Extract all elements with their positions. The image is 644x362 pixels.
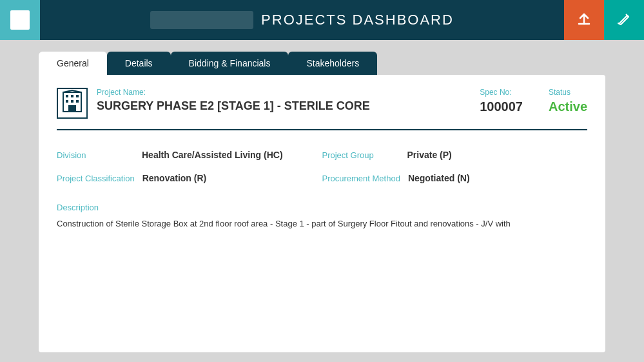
search-input[interactable] — [150, 11, 253, 29]
logo-area — [0, 0, 40, 40]
division-label: Division — [57, 150, 134, 160]
description-text: Construction of Sterile Storage Box at 2… — [57, 217, 587, 231]
top-bar-actions — [564, 0, 644, 40]
svg-rect-5 — [71, 95, 73, 97]
division-row: Division Health Care/Assisted Living (HC… — [57, 143, 322, 166]
division-value: Health Care/Assisted Living (HC) — [142, 150, 283, 160]
svg-rect-8 — [71, 100, 73, 103]
top-bar: PROJECTS DASHBOARD — [0, 0, 644, 40]
upload-icon — [575, 10, 593, 30]
svg-rect-10 — [68, 105, 76, 112]
project-icon — [57, 88, 88, 119]
tab-bar: General Details Bidding & Financials Sta… — [39, 52, 605, 75]
procurement-method-label: Procurement Method — [322, 174, 400, 183]
svg-rect-7 — [66, 100, 68, 103]
project-group-value: Private (P) — [407, 150, 452, 160]
classification-row: Project Classification Renovation (R) — [57, 166, 322, 190]
svg-rect-6 — [76, 95, 79, 97]
project-card: Project Name: SURGERY PHASE E2 [STAGE 1]… — [39, 75, 605, 352]
project-name-label: Project Name: — [97, 88, 480, 97]
fields-section: Division Health Care/Assisted Living (HC… — [57, 143, 587, 190]
logo-icon — [10, 10, 30, 30]
project-meta: Spec No: 100007 Status Active — [480, 88, 587, 114]
status-item: Status Active — [549, 88, 587, 114]
tab-stakeholders[interactable]: Stakeholders — [288, 52, 377, 75]
tab-bidding-financials[interactable]: Bidding & Financials — [171, 52, 289, 75]
title-area: PROJECTS DASHBOARD — [40, 11, 564, 29]
building-icon — [62, 90, 83, 117]
description-label: Description — [57, 203, 587, 212]
svg-rect-9 — [76, 100, 79, 103]
status-value: Active — [549, 99, 587, 114]
project-header: Project Name: SURGERY PHASE E2 [STAGE 1]… — [57, 88, 587, 130]
pencil-icon — [616, 10, 632, 30]
project-classification-value: Renovation (R) — [142, 173, 207, 183]
project-name-area: Project Name: SURGERY PHASE E2 [STAGE 1]… — [97, 88, 480, 113]
procurement-row: Procurement Method Negotiated (N) — [322, 166, 588, 190]
tab-general[interactable]: General — [39, 52, 107, 75]
spec-no-value: 100007 — [480, 99, 523, 114]
left-fields: Division Health Care/Assisted Living (HC… — [57, 143, 322, 190]
status-label: Status — [549, 88, 571, 97]
project-classification-label: Project Classification — [57, 174, 135, 183]
procurement-method-value: Negotiated (N) — [408, 173, 470, 183]
edit-button[interactable] — [604, 0, 644, 40]
main-content: General Details Bidding & Financials Sta… — [0, 40, 644, 352]
project-name-value: SURGERY PHASE E2 [STAGE 1] - STERILE COR… — [97, 99, 480, 113]
project-group-row: Project Group Private (P) — [322, 143, 588, 166]
upload-button[interactable] — [564, 0, 604, 40]
spec-no-label: Spec No: — [480, 88, 511, 97]
spec-no-item: Spec No: 100007 — [480, 88, 523, 114]
tab-details[interactable]: Details — [107, 52, 171, 75]
right-fields: Project Group Private (P) Procurement Me… — [322, 143, 588, 190]
app-title: PROJECTS DASHBOARD — [261, 12, 454, 28]
svg-rect-4 — [66, 95, 68, 97]
project-group-label: Project Group — [322, 150, 400, 160]
description-section: Description Construction of Sterile Stor… — [57, 203, 587, 231]
